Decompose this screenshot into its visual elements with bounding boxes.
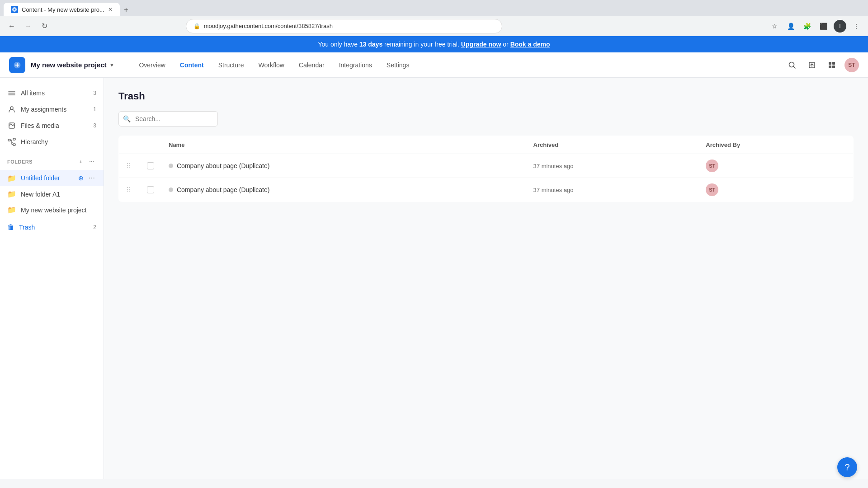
reload-btn[interactable]: ↻ bbox=[38, 20, 51, 33]
sidebar: All items 3 My assignments 1 Files & med… bbox=[0, 78, 104, 479]
back-btn[interactable]: ← bbox=[5, 20, 18, 33]
browser-tab[interactable]: Content - My new website pro... ✕ bbox=[4, 3, 120, 16]
nav-tabs: Overview Content Structure Workflow Cale… bbox=[132, 58, 415, 72]
drag-handle-icon[interactable]: ⠿ bbox=[126, 186, 131, 193]
sidebar-item-trash[interactable]: 🗑 Trash 2 bbox=[0, 220, 104, 235]
svg-rect-8 bbox=[9, 123, 14, 128]
archived-cell: 37 minutes ago bbox=[526, 154, 699, 178]
sidebar-toggle-icon[interactable]: ⬛ bbox=[817, 20, 830, 33]
upgrade-link[interactable]: Upgrade now bbox=[461, 41, 501, 48]
folders-label: FOLDERS bbox=[7, 159, 76, 164]
files-media-label: Files & media bbox=[21, 122, 93, 129]
content-table: Name Archived Archived By ⠿ Company abou… bbox=[118, 136, 854, 202]
svg-rect-6 bbox=[832, 66, 835, 68]
demo-link[interactable]: Book a demo bbox=[510, 41, 550, 48]
menu-icon[interactable]: ⋮ bbox=[850, 20, 863, 33]
folder-label: Untitled folder bbox=[21, 174, 76, 182]
tab-workflow[interactable]: Workflow bbox=[252, 58, 291, 72]
main-layout: All items 3 My assignments 1 Files & med… bbox=[0, 78, 868, 479]
folder-label: New folder A1 bbox=[21, 191, 96, 198]
folder-icon: 📁 bbox=[7, 174, 16, 183]
hierarchy-label: Hierarchy bbox=[21, 138, 96, 145]
sidebar-item-my-assignments[interactable]: My assignments 1 bbox=[0, 101, 104, 117]
all-items-icon bbox=[7, 89, 16, 98]
folder-header-actions: + ⋯ bbox=[76, 157, 96, 166]
banner-or: or bbox=[501, 41, 510, 48]
tab-settings[interactable]: Settings bbox=[380, 58, 416, 72]
svg-rect-10 bbox=[13, 138, 15, 140]
search-bar: 🔍 bbox=[118, 111, 218, 127]
my-assignments-label: My assignments bbox=[21, 106, 93, 113]
folder-options-btn[interactable]: ⋯ bbox=[87, 157, 96, 166]
drag-handle-cell: ⠿ bbox=[119, 154, 140, 178]
folder-add-btn[interactable]: ⊕ bbox=[76, 174, 85, 183]
archived-by-avatar: ST bbox=[706, 160, 718, 172]
search-input[interactable] bbox=[118, 111, 218, 127]
folder-inline-actions: ⊕ ⋯ bbox=[76, 174, 96, 183]
archived-time: 37 minutes ago bbox=[533, 187, 574, 193]
folders-section: FOLDERS + ⋯ 📁 Untitled folder ⊕ ⋯ 📁 New … bbox=[0, 154, 104, 218]
table-row: ⠿ Company about page (Duplicate) 37 minu… bbox=[119, 178, 854, 202]
all-items-label: All items bbox=[21, 89, 93, 97]
sidebar-item-hierarchy[interactable]: Hierarchy bbox=[0, 134, 104, 150]
drag-handle-cell: ⠿ bbox=[119, 178, 140, 202]
folder-item-website-project[interactable]: 📁 My new website project bbox=[0, 202, 104, 218]
row-checkbox[interactable] bbox=[147, 162, 154, 169]
folder-icon: 📁 bbox=[7, 206, 16, 214]
page-title: Trash bbox=[118, 90, 854, 102]
incognito-icon[interactable]: I bbox=[834, 20, 846, 33]
files-media-count: 3 bbox=[93, 122, 96, 129]
address-bar[interactable]: 🔒 moodjoy.gathercontent.com/content/3858… bbox=[186, 19, 502, 33]
tab-calendar[interactable]: Calendar bbox=[292, 58, 331, 72]
extensions-icon[interactable]: 🧩 bbox=[801, 20, 814, 33]
col-drag bbox=[119, 136, 140, 154]
banner-middle: remaining in your free trial. bbox=[382, 41, 461, 48]
my-assignments-count: 1 bbox=[93, 106, 96, 113]
table-header: Name Archived Archived By bbox=[119, 136, 854, 154]
sidebar-item-all-items[interactable]: All items 3 bbox=[0, 85, 104, 101]
tab-close-btn[interactable]: ✕ bbox=[108, 6, 113, 13]
main-content: Trash 🔍 Name Archived Archived By ⠿ bbox=[104, 78, 868, 479]
col-archived-by-header: Archived By bbox=[698, 136, 853, 154]
new-tab-button[interactable]: + bbox=[120, 4, 132, 16]
svg-rect-3 bbox=[829, 62, 831, 65]
export-icon[interactable] bbox=[805, 58, 819, 72]
svg-rect-11 bbox=[13, 144, 15, 145]
project-name[interactable]: My new website project ▼ bbox=[31, 61, 114, 69]
tab-content[interactable]: Content bbox=[174, 58, 210, 72]
folder-context-btn[interactable]: ⋯ bbox=[87, 174, 96, 183]
add-folder-btn[interactable]: + bbox=[76, 157, 85, 166]
files-media-icon bbox=[7, 121, 16, 130]
table-body: ⠿ Company about page (Duplicate) 37 minu… bbox=[119, 154, 854, 202]
profile-icon[interactable]: 👤 bbox=[785, 20, 797, 33]
browser-actions: ☆ 👤 🧩 ⬛ I ⋮ bbox=[769, 20, 863, 33]
project-dropdown-icon: ▼ bbox=[109, 62, 115, 68]
banner-prefix: You only have bbox=[318, 41, 359, 48]
bookmark-icon[interactable]: ☆ bbox=[769, 20, 781, 33]
name-cell: Company about page (Duplicate) bbox=[161, 154, 526, 178]
svg-rect-4 bbox=[832, 62, 835, 65]
row-name-text: Company about page (Duplicate) bbox=[177, 162, 269, 169]
apps-icon[interactable] bbox=[825, 58, 839, 72]
col-archived-header: Archived bbox=[526, 136, 699, 154]
search-icon[interactable] bbox=[785, 58, 799, 72]
row-checkbox[interactable] bbox=[147, 186, 154, 193]
folder-item-untitled[interactable]: 📁 Untitled folder ⊕ ⋯ bbox=[0, 170, 104, 186]
sidebar-item-files-media[interactable]: Files & media 3 bbox=[0, 117, 104, 134]
archived-by-cell: ST bbox=[698, 154, 853, 178]
forward-btn[interactable]: → bbox=[22, 20, 34, 33]
drag-handle-icon[interactable]: ⠿ bbox=[126, 162, 131, 169]
url-text: moodjoy.gathercontent.com/content/385827… bbox=[204, 23, 333, 29]
tab-structure[interactable]: Structure bbox=[212, 58, 250, 72]
tab-integrations[interactable]: Integrations bbox=[333, 58, 378, 72]
tab-overview[interactable]: Overview bbox=[132, 58, 171, 72]
archived-time: 37 minutes ago bbox=[533, 163, 574, 169]
folder-item-new-folder-a1[interactable]: 📁 New folder A1 bbox=[0, 186, 104, 202]
svg-rect-5 bbox=[829, 66, 831, 68]
help-button[interactable]: ? bbox=[837, 457, 857, 477]
archived-cell: 37 minutes ago bbox=[526, 178, 699, 202]
trash-label: Trash bbox=[19, 224, 93, 231]
app-logo[interactable] bbox=[9, 57, 25, 73]
folder-label: My new website project bbox=[21, 206, 96, 214]
user-avatar[interactable]: ST bbox=[844, 58, 859, 72]
